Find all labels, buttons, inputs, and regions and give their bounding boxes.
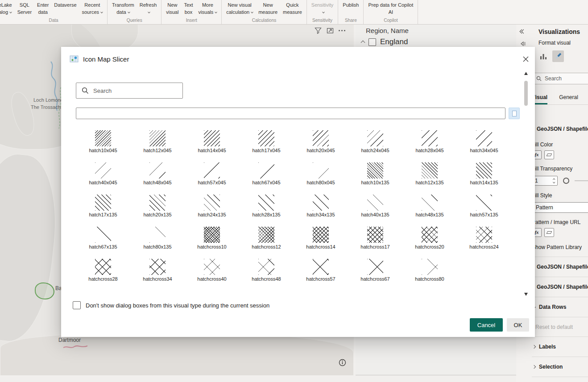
ribbon-button-quick-measure[interactable]: Quickmeasure bbox=[280, 1, 305, 16]
pattern-item-hatchcross24[interactable]: hatchcross24 bbox=[457, 227, 511, 249]
pattern-item-hatch28x045[interactable]: hatch28x045 bbox=[402, 130, 457, 153]
ok-button[interactable]: OK bbox=[507, 318, 529, 332]
pattern-item-hatchcross28[interactable]: hatchcross28 bbox=[76, 259, 130, 282]
pattern-label: hatch28x135 bbox=[253, 212, 281, 217]
pattern-item-hatch48x135[interactable]: hatch48x135 bbox=[402, 195, 457, 217]
pane-card-header-geojson-shapefile[interactable]: GeoJSON / Shapefile bbox=[532, 277, 588, 297]
fill-style-dropdown[interactable]: Pattern bbox=[532, 202, 588, 213]
pattern-item-hatch80x045[interactable]: hatch80x045 bbox=[294, 162, 348, 185]
pattern-search-box[interactable] bbox=[76, 83, 183, 99]
pane-card-header-geojson-shapefile[interactable]: GeoJSON / Shapefile bbox=[532, 257, 588, 277]
pattern-search-input[interactable] bbox=[93, 87, 182, 94]
pattern-item-hatch12x135[interactable]: hatch12x135 bbox=[402, 162, 457, 185]
pattern-item-hatch12x045[interactable]: hatch12x045 bbox=[130, 130, 185, 153]
pattern-item-hatch67x135[interactable]: hatch67x135 bbox=[76, 227, 130, 249]
ribbon-button-new-visual[interactable]: Newvisual bbox=[163, 1, 181, 16]
slider-knob[interactable] bbox=[563, 178, 569, 184]
pattern-item-hatch67x045[interactable]: hatch67x045 bbox=[239, 162, 294, 185]
slicer-item-england[interactable]: England bbox=[361, 37, 408, 46]
pattern-item-hatch28x135[interactable]: hatch28x135 bbox=[239, 195, 294, 217]
format-visual-button[interactable] bbox=[552, 50, 564, 62]
pattern-item-hatch34x135[interactable]: hatch34x135 bbox=[294, 195, 348, 217]
info-icon[interactable] bbox=[339, 359, 346, 368]
scrollbar-thumb[interactable] bbox=[524, 81, 528, 106]
pattern-item-hatch34x045[interactable]: hatch34x045 bbox=[457, 130, 511, 153]
pattern-item-hatch57x135[interactable]: hatch57x135 bbox=[457, 195, 511, 217]
ribbon-button-more-visuals[interactable]: Morevisuals bbox=[196, 1, 220, 16]
scroll-down-arrow-icon[interactable] bbox=[524, 293, 528, 296]
show-pattern-library-button[interactable]: Show Pattern Library bbox=[532, 244, 588, 250]
ribbon-button-onelake-catalog[interactable]: OneLakecatalog bbox=[0, 1, 15, 16]
pattern-item-hatchcross20[interactable]: hatchcross20 bbox=[402, 227, 457, 249]
ribbon-button-text-box[interactable]: Textbox bbox=[181, 1, 195, 16]
pattern-item-hatch57x045[interactable]: hatch57x045 bbox=[185, 162, 239, 185]
pattern-item-hatch24x045[interactable]: hatch24x045 bbox=[348, 130, 402, 153]
pattern-item-hatch17x135[interactable]: hatch17x135 bbox=[76, 195, 130, 217]
reset-to-default-button[interactable]: Reset to default bbox=[532, 317, 588, 336]
pane-search-input[interactable] bbox=[545, 75, 582, 82]
pattern-item-hatch80x135[interactable]: hatch80x135 bbox=[130, 227, 185, 249]
pane-search-box[interactable] bbox=[533, 73, 588, 84]
fill-transparency-input[interactable]: 1 bbox=[532, 176, 558, 186]
pattern-item-hatchcross57[interactable]: hatchcross57 bbox=[294, 259, 348, 282]
pane-card-header-data-rows[interactable]: Data Rows bbox=[532, 297, 588, 317]
dialog-scrollbar[interactable] bbox=[523, 72, 529, 296]
ribbon-button-transform-data[interactable]: Transformdata bbox=[109, 1, 137, 16]
pattern-item-hatchcross40[interactable]: hatchcross40 bbox=[185, 259, 239, 282]
pane-card-header-user-interface[interactable]: User Interface bbox=[532, 377, 588, 382]
tab-general[interactable]: General bbox=[559, 94, 578, 104]
ribbon-button-refresh[interactable]: Refresh bbox=[137, 1, 160, 16]
ribbon-button-publish[interactable]: Publish bbox=[340, 1, 361, 16]
pattern-item-hatch20x135[interactable]: hatch20x135 bbox=[130, 195, 185, 217]
reset-to-default-label: Reset to default bbox=[535, 324, 573, 330]
pattern-item-hatchcross12[interactable]: hatchcross12 bbox=[239, 227, 294, 249]
pane-section-user-interface: User Interface bbox=[532, 377, 588, 382]
pattern-item-hatch40x135[interactable]: hatch40x135 bbox=[348, 195, 402, 217]
focus-mode-icon[interactable] bbox=[327, 27, 334, 34]
pattern-item-hatch17x045[interactable]: hatch17x045 bbox=[239, 130, 294, 153]
ribbon-button-sql-server[interactable]: SQLServer bbox=[15, 1, 34, 16]
england-checkbox[interactable] bbox=[369, 38, 376, 46]
filter-icon[interactable] bbox=[315, 27, 322, 34]
pattern-item-hatchcross34[interactable]: hatchcross34 bbox=[130, 259, 185, 282]
pane-card-header-selection[interactable]: Selection bbox=[532, 357, 588, 377]
pane-card-header-geojson-shapefile[interactable]: GeoJSON / Shapefile bbox=[532, 105, 588, 135]
pattern-item-hatch14x045[interactable]: hatch14x045 bbox=[185, 130, 239, 153]
pattern-item-hatchcross67[interactable]: hatchcross67 bbox=[348, 259, 402, 282]
spinner-buttons[interactable] bbox=[551, 179, 557, 183]
pattern-item-hatch10x045[interactable]: hatch10x045 bbox=[76, 130, 130, 153]
pattern-item-hatchcross48[interactable]: hatchcross48 bbox=[239, 259, 294, 282]
ribbon-button-new-measure[interactable]: Newmeasure bbox=[256, 1, 280, 16]
ribbon-button-dataverse[interactable]: Dataverse bbox=[51, 1, 79, 16]
pattern-item-hatchcross80[interactable]: hatchcross80 bbox=[402, 259, 457, 282]
map-park-outline bbox=[35, 282, 54, 299]
more-options-icon[interactable] bbox=[339, 27, 345, 34]
pattern-item-hatch14x135[interactable]: hatch14x135 bbox=[457, 162, 511, 185]
pattern-item-hatch24x135[interactable]: hatch24x135 bbox=[185, 195, 239, 217]
build-visual-button[interactable] bbox=[538, 50, 549, 62]
pattern-url-input[interactable] bbox=[76, 108, 505, 119]
pane-card-header-labels[interactable]: Labels bbox=[532, 337, 588, 357]
cancel-button[interactable]: Cancel bbox=[470, 318, 503, 332]
ribbon-button-recent-sources[interactable]: Recentsources bbox=[79, 1, 106, 16]
collapse-pane-button[interactable] bbox=[520, 30, 525, 33]
copy-button[interactable] bbox=[509, 108, 520, 119]
pattern-item-hatch48x045[interactable]: hatch48x045 bbox=[130, 162, 185, 185]
pattern-item-hatchcross10[interactable]: hatchcross10 bbox=[185, 227, 239, 249]
dont-show-checkbox[interactable] bbox=[73, 301, 81, 309]
scroll-up-arrow-icon[interactable] bbox=[524, 72, 528, 75]
ribbon-button-new-visual-calculation[interactable]: New visualcalculation bbox=[224, 1, 256, 16]
ribbon-button-enter-data[interactable]: Enterdata bbox=[34, 1, 51, 16]
close-button[interactable] bbox=[520, 53, 531, 65]
pattern-item-hatch40x045[interactable]: hatch40x045 bbox=[76, 162, 130, 185]
ribbon-button-sensitivity[interactable]: Sensitivity bbox=[309, 1, 336, 16]
pattern-item-hatch20x045[interactable]: hatch20x045 bbox=[294, 130, 348, 153]
pattern-item-hatchcross17[interactable]: hatchcross17 bbox=[348, 227, 402, 249]
pattern-label: hatch10x045 bbox=[89, 148, 117, 153]
collapse-item-icon[interactable] bbox=[361, 41, 365, 45]
reset-field-button[interactable] bbox=[544, 228, 554, 237]
ribbon-button-prep-data-for-copilot-ai[interactable]: Prep data for CopilotAI bbox=[365, 1, 416, 16]
pattern-item-hatchcross14[interactable]: hatchcross14 bbox=[294, 227, 348, 249]
reset-field-button[interactable] bbox=[544, 150, 554, 159]
pattern-item-hatch10x135[interactable]: hatch10x135 bbox=[348, 162, 402, 185]
